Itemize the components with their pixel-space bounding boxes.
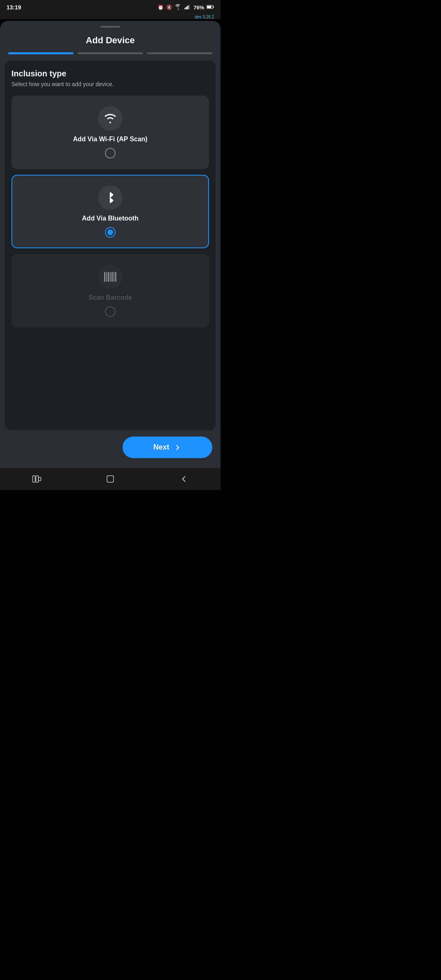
next-button[interactable]: Next: [122, 437, 212, 458]
next-label: Next: [153, 443, 169, 452]
svg-rect-15: [108, 272, 109, 282]
content-area: Inclusion type Select how you want to ad…: [5, 61, 216, 430]
step-2: [78, 52, 143, 54]
section-subtitle: Select how you want to add your device.: [11, 81, 209, 87]
svg-rect-16: [110, 272, 111, 282]
svg-rect-17: [111, 272, 113, 282]
option-barcode[interactable]: Scan Barcode: [11, 254, 209, 327]
wifi-option-label: Add Via Wi-Fi (AP Scan): [73, 136, 147, 143]
bluetooth-option-label: Add Via Bluetooth: [82, 215, 138, 222]
battery-icon: [207, 4, 214, 11]
svg-rect-13: [104, 272, 105, 282]
status-time: 13:19: [7, 4, 21, 11]
bluetooth-radio[interactable]: [105, 227, 116, 238]
barcode-icon: [103, 270, 117, 283]
wifi-radio[interactable]: [105, 148, 116, 158]
step-3: [147, 52, 212, 54]
barcode-icon-circle: [98, 265, 122, 289]
footer: Next: [0, 430, 220, 468]
svg-rect-18: [114, 272, 114, 282]
svg-point-0: [178, 9, 179, 9]
svg-rect-23: [107, 476, 114, 482]
bluetooth-icon-circle: [98, 185, 122, 210]
status-icons: ⏰ 🔇 76%: [158, 4, 214, 11]
main-sheet: Add Device Inclusion type Select how you…: [0, 21, 220, 468]
svg-rect-22: [38, 477, 41, 481]
progress-steps: [0, 52, 220, 61]
svg-rect-1: [185, 8, 186, 9]
dev-version: dev 3.28.2: [0, 15, 220, 19]
alarm-icon: ⏰: [158, 4, 164, 10]
battery-text: 76%: [194, 4, 204, 11]
header: Add Device: [0, 32, 220, 52]
sheet-handle: [100, 26, 120, 28]
svg-rect-14: [106, 272, 107, 282]
svg-rect-3: [187, 5, 189, 9]
next-arrow-icon: [174, 443, 182, 452]
page-title: Add Device: [86, 35, 135, 45]
nav-menu-icon[interactable]: [24, 471, 49, 487]
wifi-icon-circle: [98, 106, 122, 131]
bluetooth-icon: [105, 191, 116, 204]
nav-bar: [0, 468, 220, 490]
svg-rect-20: [33, 476, 35, 482]
svg-rect-19: [115, 272, 116, 282]
mute-icon: 🔇: [166, 4, 172, 10]
wifi-icon: [104, 113, 117, 124]
svg-rect-2: [186, 7, 187, 9]
option-bluetooth[interactable]: Add Via Bluetooth: [11, 175, 209, 248]
option-wifi[interactable]: Add Via Wi-Fi (AP Scan): [11, 96, 209, 169]
svg-rect-6: [207, 6, 212, 8]
svg-rect-4: [189, 4, 190, 9]
barcode-option-label: Scan Barcode: [89, 294, 132, 301]
svg-rect-21: [36, 476, 38, 482]
signal-icon: [185, 4, 191, 11]
nav-back-icon[interactable]: [172, 471, 196, 487]
step-1: [8, 52, 74, 54]
svg-rect-7: [213, 6, 214, 7]
wifi-status-icon: [175, 4, 182, 11]
section-title: Inclusion type: [11, 69, 209, 78]
barcode-radio[interactable]: [105, 306, 116, 317]
status-bar: 13:19 ⏰ 🔇 76%: [0, 0, 220, 15]
bluetooth-radio-inner: [107, 229, 113, 235]
nav-home-icon[interactable]: [98, 471, 122, 487]
